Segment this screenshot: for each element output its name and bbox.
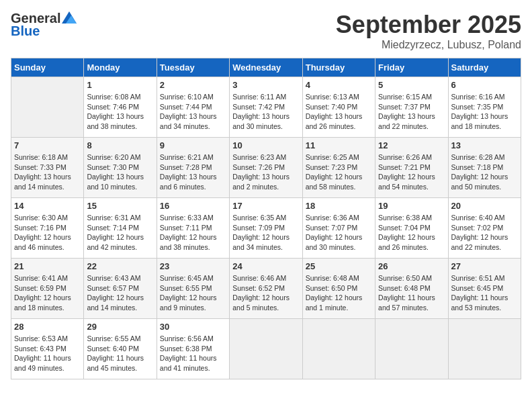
calendar-table: SundayMondayTuesdayWednesdayThursdayFrid…	[11, 58, 521, 379]
col-header-monday: Monday	[84, 58, 157, 77]
day-info: Sunrise: 6:31 AMSunset: 7:14 PMDaylight:…	[87, 213, 153, 253]
calendar-cell: 27Sunrise: 6:51 AMSunset: 6:45 PMDayligh…	[448, 259, 521, 319]
day-number: 9	[160, 140, 226, 150]
day-info: Sunrise: 6:20 AMSunset: 7:30 PMDaylight:…	[87, 152, 153, 192]
calendar-cell	[11, 77, 84, 138]
col-header-sunday: Sunday	[11, 58, 84, 77]
calendar-week-1: 1Sunrise: 6:08 AMSunset: 7:46 PMDaylight…	[11, 77, 521, 138]
day-info: Sunrise: 6:35 AMSunset: 7:09 PMDaylight:…	[232, 213, 299, 253]
day-info: Sunrise: 6:36 AMSunset: 7:07 PMDaylight:…	[306, 213, 372, 253]
day-info: Sunrise: 6:46 AMSunset: 6:52 PMDaylight:…	[232, 273, 299, 313]
day-info: Sunrise: 6:23 AMSunset: 7:26 PMDaylight:…	[232, 152, 299, 192]
calendar-cell: 28Sunrise: 6:53 AMSunset: 6:43 PMDayligh…	[11, 319, 84, 379]
calendar-cell	[230, 319, 302, 379]
day-number: 18	[306, 201, 372, 211]
day-info: Sunrise: 6:40 AMSunset: 7:02 PMDaylight:…	[451, 213, 518, 253]
calendar-cell: 1Sunrise: 6:08 AMSunset: 7:46 PMDaylight…	[84, 77, 157, 138]
calendar-week-5: 28Sunrise: 6:53 AMSunset: 6:43 PMDayligh…	[11, 319, 521, 379]
day-info: Sunrise: 6:33 AMSunset: 7:11 PMDaylight:…	[160, 213, 226, 253]
calendar-cell: 13Sunrise: 6:28 AMSunset: 7:18 PMDayligh…	[448, 138, 521, 198]
calendar-cell: 11Sunrise: 6:25 AMSunset: 7:23 PMDayligh…	[302, 138, 375, 198]
day-number: 16	[160, 201, 226, 211]
day-info: Sunrise: 6:55 AMSunset: 6:40 PMDaylight:…	[87, 334, 153, 373]
logo-blue-text: Blue	[11, 24, 40, 39]
day-info: Sunrise: 6:16 AMSunset: 7:35 PMDaylight:…	[451, 92, 518, 132]
calendar-cell: 15Sunrise: 6:31 AMSunset: 7:14 PMDayligh…	[84, 198, 157, 259]
day-number: 7	[14, 140, 81, 150]
calendar-cell: 21Sunrise: 6:41 AMSunset: 6:59 PMDayligh…	[11, 259, 84, 319]
day-number: 23	[160, 261, 226, 271]
day-info: Sunrise: 6:25 AMSunset: 7:23 PMDaylight:…	[306, 152, 372, 192]
calendar-week-2: 7Sunrise: 6:18 AMSunset: 7:33 PMDaylight…	[11, 138, 521, 198]
day-number: 19	[378, 201, 445, 211]
col-header-friday: Friday	[375, 58, 448, 77]
calendar-cell: 9Sunrise: 6:21 AMSunset: 7:28 PMDaylight…	[157, 138, 229, 198]
calendar-cell: 19Sunrise: 6:38 AMSunset: 7:04 PMDayligh…	[375, 198, 448, 259]
day-info: Sunrise: 6:10 AMSunset: 7:44 PMDaylight:…	[160, 92, 226, 132]
day-number: 6	[451, 80, 518, 90]
calendar-cell: 10Sunrise: 6:23 AMSunset: 7:26 PMDayligh…	[230, 138, 302, 198]
day-number: 5	[378, 80, 445, 90]
day-info: Sunrise: 6:48 AMSunset: 6:50 PMDaylight:…	[306, 273, 372, 313]
calendar-cell: 16Sunrise: 6:33 AMSunset: 7:11 PMDayligh…	[157, 198, 229, 259]
calendar-cell: 7Sunrise: 6:18 AMSunset: 7:33 PMDaylight…	[11, 138, 84, 198]
day-info: Sunrise: 6:08 AMSunset: 7:46 PMDaylight:…	[87, 92, 153, 132]
day-number: 25	[306, 261, 372, 271]
day-number: 20	[451, 201, 518, 211]
calendar-cell: 22Sunrise: 6:43 AMSunset: 6:57 PMDayligh…	[84, 259, 157, 319]
col-header-saturday: Saturday	[448, 58, 521, 77]
calendar-cell: 14Sunrise: 6:30 AMSunset: 7:16 PMDayligh…	[11, 198, 84, 259]
col-header-wednesday: Wednesday	[230, 58, 302, 77]
calendar-cell: 26Sunrise: 6:50 AMSunset: 6:48 PMDayligh…	[375, 259, 448, 319]
day-number: 26	[378, 261, 445, 271]
calendar-cell	[448, 319, 521, 379]
day-number: 4	[306, 80, 372, 90]
day-info: Sunrise: 6:51 AMSunset: 6:45 PMDaylight:…	[451, 273, 518, 313]
day-number: 12	[378, 140, 445, 150]
title-section: September 2025 Miedzyrzecz, Lubusz, Pola…	[336, 11, 521, 51]
day-number: 1	[87, 80, 153, 90]
location-title: Miedzyrzecz, Lubusz, Poland	[336, 39, 521, 51]
day-info: Sunrise: 6:50 AMSunset: 6:48 PMDaylight:…	[378, 273, 445, 313]
day-number: 8	[87, 140, 153, 150]
calendar-cell: 30Sunrise: 6:56 AMSunset: 6:38 PMDayligh…	[157, 319, 229, 379]
day-info: Sunrise: 6:56 AMSunset: 6:38 PMDaylight:…	[160, 334, 226, 373]
day-number: 11	[306, 140, 372, 150]
day-number: 28	[14, 322, 81, 332]
day-number: 27	[451, 261, 518, 271]
day-info: Sunrise: 6:18 AMSunset: 7:33 PMDaylight:…	[14, 152, 81, 192]
calendar-cell: 12Sunrise: 6:26 AMSunset: 7:21 PMDayligh…	[375, 138, 448, 198]
day-number: 3	[232, 80, 299, 90]
day-info: Sunrise: 6:21 AMSunset: 7:28 PMDaylight:…	[160, 152, 226, 192]
day-info: Sunrise: 6:11 AMSunset: 7:42 PMDaylight:…	[232, 92, 299, 132]
calendar-cell: 6Sunrise: 6:16 AMSunset: 7:35 PMDaylight…	[448, 77, 521, 138]
calendar-cell: 20Sunrise: 6:40 AMSunset: 7:02 PMDayligh…	[448, 198, 521, 259]
day-info: Sunrise: 6:53 AMSunset: 6:43 PMDaylight:…	[14, 334, 81, 373]
calendar-week-3: 14Sunrise: 6:30 AMSunset: 7:16 PMDayligh…	[11, 198, 521, 259]
day-info: Sunrise: 6:30 AMSunset: 7:16 PMDaylight:…	[14, 213, 81, 253]
calendar-cell: 5Sunrise: 6:15 AMSunset: 7:37 PMDaylight…	[375, 77, 448, 138]
calendar-week-4: 21Sunrise: 6:41 AMSunset: 6:59 PMDayligh…	[11, 259, 521, 319]
day-info: Sunrise: 6:28 AMSunset: 7:18 PMDaylight:…	[451, 152, 518, 192]
day-number: 24	[232, 261, 299, 271]
logo-icon	[62, 11, 77, 24]
day-number: 2	[160, 80, 226, 90]
logo: General Blue	[11, 11, 77, 39]
day-info: Sunrise: 6:45 AMSunset: 6:55 PMDaylight:…	[160, 273, 226, 313]
header: General Blue September 2025 Miedzyrzecz,…	[11, 11, 521, 51]
calendar-cell: 2Sunrise: 6:10 AMSunset: 7:44 PMDaylight…	[157, 77, 229, 138]
day-number: 15	[87, 201, 153, 211]
day-info: Sunrise: 6:26 AMSunset: 7:21 PMDaylight:…	[378, 152, 445, 192]
col-header-tuesday: Tuesday	[157, 58, 229, 77]
day-number: 14	[14, 201, 81, 211]
day-info: Sunrise: 6:38 AMSunset: 7:04 PMDaylight:…	[378, 213, 445, 253]
day-number: 21	[14, 261, 81, 271]
day-number: 17	[232, 201, 299, 211]
calendar-cell: 3Sunrise: 6:11 AMSunset: 7:42 PMDaylight…	[230, 77, 302, 138]
day-info: Sunrise: 6:43 AMSunset: 6:57 PMDaylight:…	[87, 273, 153, 313]
month-title: September 2025	[336, 11, 521, 39]
day-number: 13	[451, 140, 518, 150]
day-number: 10	[232, 140, 299, 150]
calendar-cell: 8Sunrise: 6:20 AMSunset: 7:30 PMDaylight…	[84, 138, 157, 198]
day-number: 30	[160, 322, 226, 332]
